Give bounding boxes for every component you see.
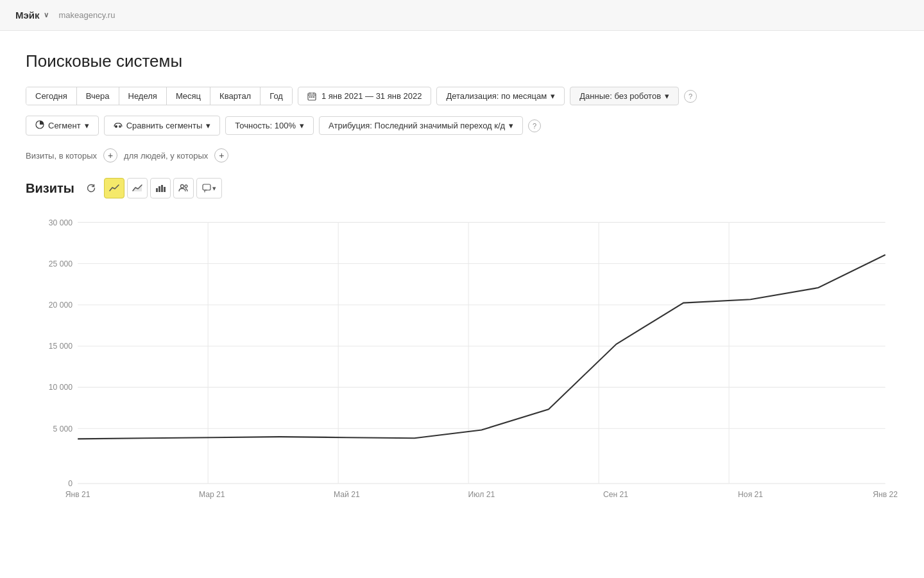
- data-filter-text: Данные: без роботов: [579, 91, 661, 101]
- site-url: makeagency.ru: [59, 10, 116, 20]
- x-label-nov21: Ноя 21: [738, 490, 763, 499]
- detail-button[interactable]: Детализация: по месяцам ▾: [436, 87, 565, 105]
- x-label-sep21: Сен 21: [603, 490, 628, 499]
- svg-point-14: [180, 185, 184, 188]
- segment-row: Сегмент ▾ Сравнить сегменты ▾ Точность: …: [26, 116, 898, 136]
- svg-point-8: [115, 125, 117, 128]
- chart-svg: 30 000 25 000 20 000 15 000 10 000 5 000…: [26, 209, 898, 504]
- chart-title: Визиты: [26, 181, 74, 196]
- segment-chevron-icon: ▾: [85, 121, 89, 130]
- topbar: Мэйк ∨ makeagency.ru: [0, 0, 924, 31]
- attribution-help-icon[interactable]: ?: [528, 119, 541, 132]
- accuracy-text: Точность: 100%: [235, 121, 296, 130]
- y-label-25000: 25 000: [49, 259, 73, 268]
- svg-rect-16: [203, 184, 210, 190]
- condition-text-2: для людей, у которых: [124, 151, 208, 161]
- period-buttons: Сегодня Вчера Неделя Месяц Квартал Год: [26, 87, 293, 105]
- bar-chart-button[interactable]: [150, 178, 171, 198]
- comments-chevron: ▾: [212, 184, 216, 193]
- condition-row: Визиты, в которых + для людей, у которых…: [26, 148, 898, 162]
- data-filter-button[interactable]: Данные: без роботов ▾: [570, 87, 679, 105]
- area-chart-button[interactable]: [127, 178, 148, 198]
- calendar-icon: [307, 92, 316, 101]
- brand-name: Мэйк: [15, 10, 40, 21]
- x-label-may21: Май 21: [334, 490, 360, 499]
- y-label-20000: 20 000: [49, 301, 73, 310]
- x-label-jan22: Янв 22: [873, 490, 898, 499]
- chart-container: 30 000 25 000 20 000 15 000 10 000 5 000…: [26, 209, 898, 504]
- period-week[interactable]: Неделя: [119, 87, 167, 105]
- x-label-mar21: Мар 21: [199, 490, 225, 499]
- detail-text: Детализация: по месяцам: [446, 91, 547, 101]
- svg-rect-12: [161, 185, 163, 192]
- svg-rect-10: [156, 188, 158, 192]
- main-content: Поисковые системы Сегодня Вчера Неделя М…: [0, 31, 924, 530]
- compare-icon: [114, 120, 123, 131]
- accuracy-chevron-icon: ▾: [300, 121, 304, 130]
- segment-button[interactable]: Сегмент ▾: [26, 116, 99, 136]
- accuracy-button[interactable]: Точность: 100% ▾: [225, 116, 314, 135]
- y-label-30000: 30 000: [49, 218, 73, 227]
- compare-chevron-icon: ▾: [206, 121, 210, 130]
- period-year[interactable]: Год: [261, 87, 292, 105]
- svg-rect-13: [164, 187, 166, 192]
- date-range-text: 1 янв 2021 — 31 янв 2022: [321, 91, 422, 101]
- period-today[interactable]: Сегодня: [26, 87, 77, 105]
- attribution-button[interactable]: Атрибуция: Последний значимый переход к/…: [319, 116, 523, 135]
- people-button[interactable]: [173, 178, 194, 198]
- add-visit-condition-button[interactable]: +: [103, 148, 117, 162]
- x-label-jan21: Янв 21: [65, 490, 90, 499]
- filter-row: Сегодня Вчера Неделя Месяц Квартал Год 1…: [26, 87, 898, 105]
- chart-tools: ▾: [81, 178, 222, 198]
- svg-point-9: [119, 125, 121, 128]
- condition-text-1: Визиты, в которых: [26, 151, 97, 161]
- segment-label: Сегмент: [48, 121, 81, 130]
- date-range-button[interactable]: 1 янв 2021 — 31 янв 2022: [298, 87, 431, 105]
- line-chart-button[interactable]: [104, 178, 124, 198]
- compare-segments-button[interactable]: Сравнить сегменты ▾: [104, 116, 221, 136]
- data-filter-chevron-icon: ▾: [665, 91, 669, 101]
- detail-chevron-icon: ▾: [551, 91, 555, 101]
- comments-button[interactable]: ▾: [196, 178, 222, 198]
- period-quarter[interactable]: Квартал: [210, 87, 261, 105]
- chart-line: [78, 255, 886, 439]
- attribution-text: Атрибуция: Последний значимый переход к/…: [329, 121, 505, 130]
- compare-label: Сравнить сегменты: [126, 121, 203, 130]
- svg-rect-11: [158, 186, 160, 192]
- period-month[interactable]: Месяц: [167, 87, 210, 105]
- segment-pie-icon: [35, 120, 44, 131]
- brand-dropdown-arrow: ∨: [44, 11, 49, 19]
- svg-rect-5: [311, 96, 312, 98]
- help-icon[interactable]: ?: [684, 90, 697, 103]
- y-label-15000: 15 000: [49, 342, 73, 351]
- attribution-chevron-icon: ▾: [509, 121, 513, 130]
- y-label-10000: 10 000: [49, 383, 73, 392]
- brand-button[interactable]: Мэйк ∨: [15, 10, 49, 21]
- add-people-condition-button[interactable]: +: [214, 148, 228, 162]
- refresh-button[interactable]: [81, 178, 101, 198]
- page-title: Поисковые системы: [26, 51, 898, 71]
- y-label-0: 0: [68, 479, 73, 488]
- svg-point-15: [185, 185, 187, 188]
- period-yesterday[interactable]: Вчера: [77, 87, 119, 105]
- chart-header: Визиты: [26, 178, 898, 198]
- y-label-5000: 5 000: [53, 424, 73, 433]
- svg-rect-4: [309, 96, 311, 98]
- svg-rect-6: [313, 96, 314, 98]
- x-label-jul21: Июл 21: [468, 490, 495, 499]
